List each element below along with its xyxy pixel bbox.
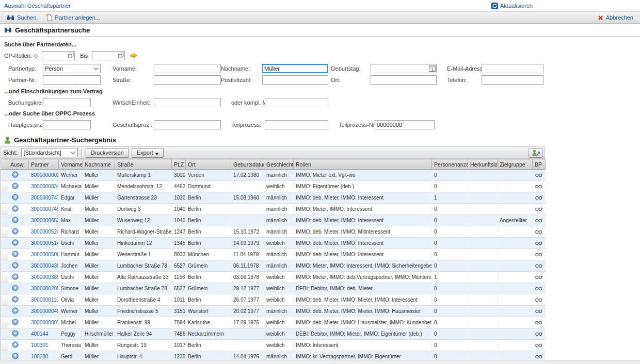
select-partner-button[interactable] bbox=[12, 205, 19, 212]
partner-link[interactable]: 400144 bbox=[31, 331, 48, 337]
select-partner-button[interactable] bbox=[12, 171, 19, 178]
row-selector[interactable] bbox=[1, 340, 8, 351]
select-partner-button[interactable] bbox=[12, 183, 19, 189]
column-header-ausw[interactable]: Ausw. bbox=[8, 159, 29, 170]
select-partner-button[interactable] bbox=[12, 262, 19, 269]
calendar-icon[interactable]: 1 bbox=[429, 65, 436, 72]
print-version-button[interactable]: Druckversion bbox=[86, 148, 129, 158]
partner-link[interactable]: 3000000653 bbox=[31, 218, 59, 223]
select-partner-button[interactable] bbox=[12, 296, 19, 303]
select-partner-button[interactable] bbox=[12, 228, 19, 235]
column-header-ort[interactable]: Ort bbox=[186, 159, 231, 170]
column-header-vorname[interactable]: Vorname bbox=[59, 159, 83, 170]
column-header-rollen[interactable]: Rollen bbox=[294, 159, 432, 170]
nachname-input[interactable] bbox=[262, 64, 328, 73]
buchungskreis-input[interactable] bbox=[43, 98, 91, 107]
row-selector[interactable] bbox=[1, 317, 8, 328]
column-header-geschlecht[interactable]: Geschlecht bbox=[264, 159, 294, 170]
partner-link[interactable]: 3000000509 bbox=[31, 252, 59, 257]
row-selector[interactable] bbox=[1, 238, 8, 249]
column-header-zielgruppe[interactable]: Zielgruppe bbox=[498, 159, 533, 170]
partner-link[interactable]: 3000000439 bbox=[31, 263, 59, 269]
telefon-input[interactable] bbox=[482, 75, 543, 85]
bp-display-icon[interactable] bbox=[535, 184, 543, 189]
column-header-strasse[interactable]: Straße bbox=[115, 159, 172, 170]
partner-link[interactable]: 3000000524 bbox=[31, 229, 59, 235]
column-header-bp[interactable]: BP bbox=[533, 159, 546, 170]
bp-display-icon[interactable] bbox=[535, 354, 543, 359]
bp-display-icon[interactable] bbox=[535, 263, 543, 268]
column-header-nachname[interactable]: Nachname bbox=[83, 159, 115, 170]
select-partner-button[interactable] bbox=[12, 330, 19, 337]
search-button[interactable]: Suchen bbox=[3, 12, 40, 23]
select-partner-button[interactable] bbox=[12, 251, 19, 257]
hauptgesprz-input[interactable] bbox=[43, 120, 91, 129]
row-selector[interactable] bbox=[1, 249, 8, 260]
partner-link[interactable]: 100301 bbox=[31, 342, 48, 348]
wirtscheinheit-input[interactable] bbox=[154, 98, 221, 107]
multiple-selection-arrow-icon[interactable] bbox=[130, 53, 137, 59]
row-selector[interactable] bbox=[1, 181, 8, 192]
view-select[interactable]: [Standardsicht] bbox=[21, 148, 78, 157]
row-selector[interactable] bbox=[1, 170, 8, 181]
select-partner-button[interactable] bbox=[12, 307, 19, 314]
row-selector[interactable] bbox=[1, 192, 8, 204]
select-partner-button[interactable] bbox=[12, 217, 19, 223]
row-selector[interactable] bbox=[1, 226, 8, 238]
partner-link[interactable]: 3000000745 bbox=[31, 206, 59, 212]
partner-link[interactable]: 100280 bbox=[31, 354, 48, 359]
select-partner-button[interactable] bbox=[12, 285, 19, 291]
bp-display-icon[interactable] bbox=[535, 206, 543, 211]
partner-link[interactable]: 3000000007 bbox=[31, 320, 59, 325]
column-header-personenanzahl[interactable]: Personenanzahl bbox=[432, 159, 468, 170]
row-selector[interactable] bbox=[1, 204, 8, 215]
select-partner-button[interactable] bbox=[12, 341, 19, 348]
create-partner-button[interactable]: Partner anlegen... bbox=[42, 12, 103, 23]
refresh-button[interactable]: Aktualisieren bbox=[491, 3, 533, 9]
row-selector[interactable] bbox=[1, 283, 8, 294]
bp-display-icon[interactable] bbox=[535, 218, 543, 223]
row-selector[interactable] bbox=[1, 328, 8, 340]
teilprozessnr-input[interactable] bbox=[375, 120, 435, 129]
column-header-geburtsdatum[interactable]: Geburtsdatum bbox=[231, 159, 264, 170]
select-partner-button[interactable] bbox=[12, 194, 19, 201]
bp-display-icon[interactable] bbox=[535, 195, 543, 200]
partner-link[interactable]: 3000000285 bbox=[31, 286, 59, 291]
partner-link[interactable]: 3000000514 bbox=[31, 240, 59, 246]
row-selector[interactable] bbox=[1, 272, 8, 283]
bp-display-icon[interactable] bbox=[535, 308, 543, 313]
select-partner-button[interactable] bbox=[12, 319, 19, 325]
select-partner-button[interactable] bbox=[12, 273, 19, 280]
bp-display-icon[interactable] bbox=[535, 172, 543, 177]
column-header-plz[interactable]: PLZ bbox=[172, 159, 186, 170]
partnernr-input[interactable] bbox=[43, 75, 101, 85]
row-selector[interactable] bbox=[1, 294, 8, 306]
geburtstag-input[interactable] bbox=[371, 64, 437, 73]
bp-display-icon[interactable] bbox=[535, 297, 543, 302]
table-settings-button[interactable] bbox=[529, 148, 542, 158]
bp-display-icon[interactable] bbox=[535, 274, 543, 279]
teilprozess-input[interactable] bbox=[265, 120, 328, 129]
strasse-input[interactable] bbox=[154, 75, 221, 85]
partner-link[interactable]: 8000000002 bbox=[31, 172, 59, 178]
select-partner-button[interactable] bbox=[12, 239, 19, 246]
bp-display-icon[interactable] bbox=[535, 229, 543, 234]
column-header-partner[interactable]: Partner bbox=[29, 159, 59, 170]
bp-display-icon[interactable] bbox=[535, 331, 543, 336]
partner-link[interactable]: 3000000110 bbox=[31, 297, 59, 303]
mvnr-input[interactable] bbox=[265, 98, 328, 107]
row-selector[interactable] bbox=[1, 260, 8, 272]
value-help-icon[interactable] bbox=[118, 53, 124, 58]
column-header-herkunftsland[interactable]: Herkunftsland bbox=[468, 159, 498, 170]
partnertyp-select[interactable]: Person bbox=[43, 64, 101, 73]
partner-link[interactable]: 3000000385 bbox=[31, 274, 59, 280]
value-help-icon[interactable] bbox=[68, 53, 74, 58]
email-input[interactable] bbox=[482, 64, 543, 73]
select-partner-button[interactable] bbox=[12, 353, 19, 359]
bp-display-icon[interactable] bbox=[535, 252, 543, 257]
vorname-input[interactable] bbox=[154, 64, 221, 73]
row-selector[interactable] bbox=[1, 215, 8, 226]
row-selector[interactable] bbox=[1, 306, 8, 317]
bp-display-icon[interactable] bbox=[535, 240, 543, 245]
postleitzahl-input[interactable] bbox=[262, 75, 328, 85]
